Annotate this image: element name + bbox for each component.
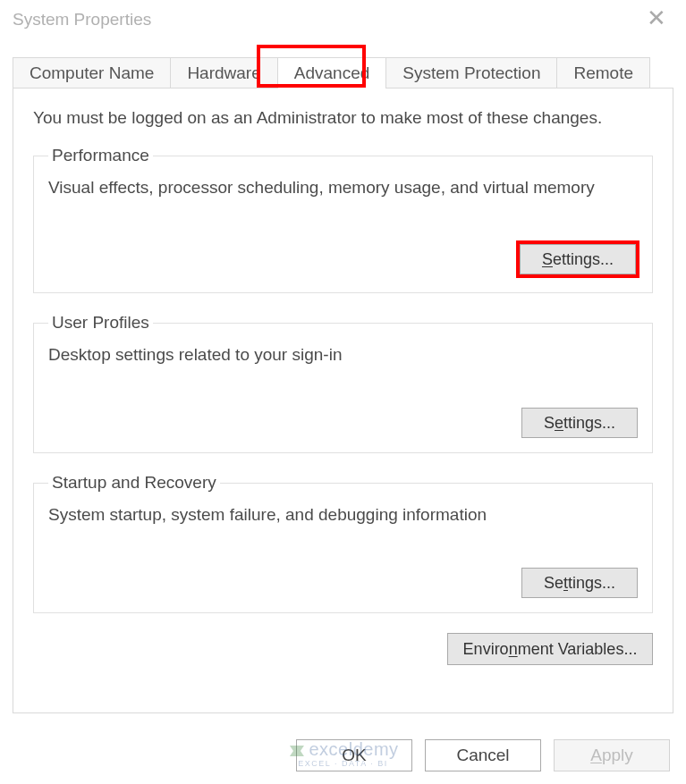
window-title: System Properties [13, 10, 151, 30]
user-profiles-settings-button[interactable]: Settings... [521, 408, 638, 438]
dialog-button-row: OK Cancel Apply [296, 739, 670, 771]
group-performance-desc: Visual effects, processor scheduling, me… [48, 178, 638, 198]
ok-button[interactable]: OK [296, 739, 412, 771]
close-icon[interactable]: ✕ [639, 3, 673, 37]
titlebar: System Properties ✕ [0, 0, 686, 43]
admin-notice: You must be logged on as an Administrato… [33, 108, 653, 128]
cancel-button[interactable]: Cancel [425, 739, 541, 771]
tab-computer-name[interactable]: Computer Name [13, 57, 171, 89]
tab-hardware[interactable]: Hardware [170, 57, 277, 89]
performance-settings-button[interactable]: Settings... [520, 244, 636, 274]
group-startup-recovery-legend: Startup and Recovery [48, 473, 220, 493]
group-user-profiles-desc: Desktop settings related to your sign-in [48, 345, 638, 365]
system-properties-dialog: System Properties ✕ Computer Name Hardwa… [0, 0, 686, 784]
startup-recovery-settings-button[interactable]: Settings... [521, 568, 638, 598]
tab-panel-advanced: You must be logged on as an Administrato… [13, 88, 673, 713]
highlight-performance-settings: Settings... [516, 240, 639, 278]
group-user-profiles: User Profiles Desktop settings related t… [33, 313, 653, 453]
group-user-profiles-legend: User Profiles [48, 313, 153, 333]
tab-system-protection[interactable]: System Protection [385, 57, 557, 89]
environment-variables-button[interactable]: Environment Variables... [447, 633, 653, 665]
group-startup-recovery: Startup and Recovery System startup, sys… [33, 473, 653, 613]
group-performance-legend: Performance [48, 146, 153, 165]
tab-advanced[interactable]: Advanced [277, 57, 387, 89]
group-performance: Performance Visual effects, processor sc… [33, 146, 653, 293]
group-startup-recovery-desc: System startup, system failure, and debu… [48, 505, 638, 525]
tab-remote[interactable]: Remote [556, 57, 650, 89]
apply-button[interactable]: Apply [554, 739, 670, 771]
tab-strip: Computer Name Hardware Advanced System P… [0, 48, 686, 88]
